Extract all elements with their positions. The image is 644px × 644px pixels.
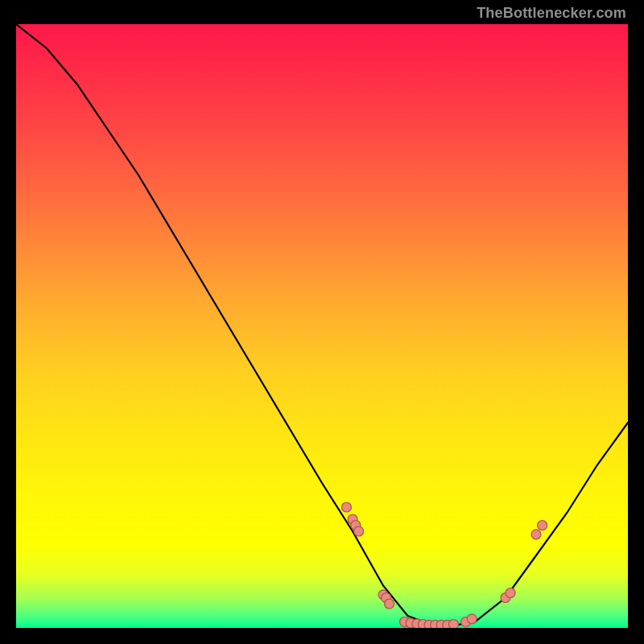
data-marker [448, 620, 458, 629]
data-marker [341, 502, 351, 512]
data-marker [531, 530, 541, 539]
data-marker [506, 588, 515, 598]
data-marker [385, 599, 394, 609]
plot-area [16, 24, 628, 628]
data-marker [467, 614, 477, 624]
data-marker [538, 521, 547, 530]
attribution-label: TheBottlenecker.com [477, 5, 626, 22]
data-marker [354, 526, 364, 536]
chart-svg [16, 24, 628, 628]
chart-container: TheBottlenecker.com [0, 0, 644, 644]
